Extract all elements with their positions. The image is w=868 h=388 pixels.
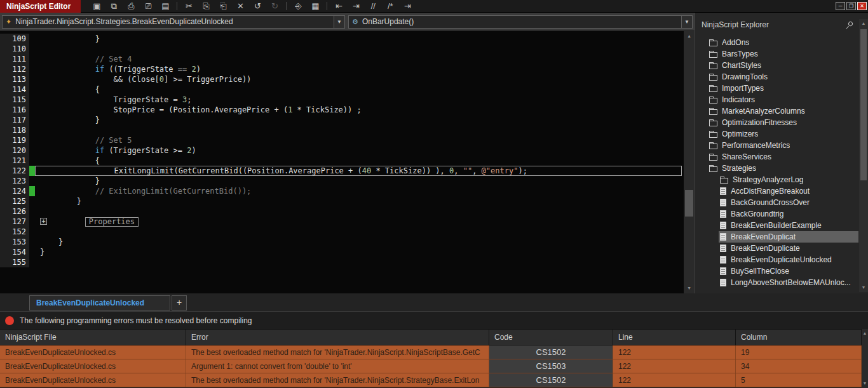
pin-icon[interactable] — [848, 21, 854, 27]
strategy-analyzer-icon[interactable]: ▦ — [309, 1, 321, 12]
class-dropdown[interactable]: ✦ NinjaTrader.NinjaScript.Strategies.Bre… — [2, 15, 345, 29]
explorer-item-marketanalyzercolumns[interactable]: MarketAnalyzerColumns — [708, 105, 858, 117]
delete-icon[interactable]: ✕ — [234, 1, 246, 12]
code-line-154[interactable]: 154} — [0, 247, 684, 257]
code-line-155[interactable]: 155 — [0, 257, 684, 267]
decrease-indent-icon[interactable]: ⇤ — [333, 1, 344, 12]
code-line-110[interactable]: 110 — [0, 44, 684, 54]
close-button[interactable]: ✕ — [857, 2, 867, 10]
code-line-123[interactable]: 123 } — [0, 176, 684, 186]
scroll-down-icon[interactable]: ▼ — [862, 379, 868, 388]
code-line-120[interactable]: 120 if (TriggerState >= 2) — [0, 145, 684, 156]
explorer-item-accdistrangebreakout[interactable]: AccDistRangeBreakout — [719, 185, 858, 197]
maximize-button[interactable]: ❐ — [846, 2, 856, 10]
explorer-item-importtypes[interactable]: ImportTypes — [708, 83, 858, 94]
explorer-item-chartstyles[interactable]: ChartStyles — [708, 60, 858, 71]
scroll-up-icon[interactable]: ▲ — [859, 19, 868, 28]
explorer-item-barstypes[interactable]: BarsTypes — [708, 48, 858, 60]
explorer-item-breakevenbuilderexample[interactable]: BreakEvenBuilderExample — [719, 220, 858, 231]
column-header-column[interactable]: Column — [736, 330, 862, 345]
explorer-item-optimizers[interactable]: Optimizers — [708, 128, 858, 140]
redo-icon[interactable]: ↻ — [269, 1, 280, 12]
code-line-116[interactable]: 116 StopPrice = (Position.AveragePrice +… — [0, 105, 684, 115]
error-table-scrollbar[interactable]: ▲ ▼ — [862, 329, 868, 388]
expand-region-icon[interactable]: + — [40, 218, 47, 225]
editor-scrollbar[interactable]: ▲ ▼ — [684, 31, 695, 293]
code-line-118[interactable]: 118 — [0, 125, 684, 135]
marker-column — [29, 125, 35, 135]
explorer-item-breakevenduplicate[interactable]: BreakEvenDuplicate — [719, 243, 858, 254]
code-line-121[interactable]: 121 { — [0, 156, 684, 166]
cut-icon[interactable]: ✂ — [183, 1, 194, 12]
scroll-down-icon[interactable]: ▼ — [684, 284, 695, 293]
code-editor[interactable]: 109 }110111 // Set 4112 if ((TriggerStat… — [0, 31, 695, 293]
explorer-item-strategies[interactable]: Strategies — [708, 163, 858, 174]
explorer-item-breakevenduplicateunlocked[interactable]: BreakEvenDuplicateUnlocked — [719, 254, 858, 265]
code-text: } — [35, 34, 684, 44]
method-dropdown[interactable]: ⚙ OnBarUpdate() ▼ — [348, 15, 693, 29]
code-line-127[interactable]: 127+ Properties — [0, 217, 684, 227]
undo-icon[interactable]: ↺ — [252, 1, 263, 12]
window-controls: ─ ❐ ✕ — [836, 2, 868, 10]
column-header-ninjascript-file[interactable]: NinjaScript File — [0, 330, 186, 345]
copy-icon[interactable]: ⎘ — [200, 1, 212, 12]
tab-breakevenduplicateunlocked[interactable]: BreakEvenDuplicateUnlocked — [29, 295, 170, 311]
increase-indent-icon[interactable]: ⇥ — [350, 1, 362, 12]
paste-icon[interactable]: ⎗ — [217, 1, 229, 12]
explorer-item-addons[interactable]: AddOns — [708, 37, 858, 48]
explorer-item-breakevenduplicat[interactable]: BreakEvenDuplicat — [719, 231, 858, 243]
comment-selection-icon[interactable]: // — [367, 1, 379, 12]
marker-column — [29, 95, 35, 105]
column-header-code[interactable]: Code — [489, 330, 613, 345]
code-line-117[interactable]: 117 } — [0, 115, 684, 125]
page-setup-icon[interactable]: ▤ — [159, 1, 171, 12]
code-line-126[interactable]: 126 — [0, 206, 684, 217]
compile-icon[interactable]: ⎆ — [292, 1, 304, 12]
uncomment-selection-icon[interactable]: /* — [384, 1, 396, 12]
code-line-115[interactable]: 115 TriggerState = 3; — [0, 95, 684, 105]
code-line-124[interactable]: 124 // ExitLongLimit(GetCurrentBid()); — [0, 186, 684, 196]
code-line-109[interactable]: 109 } — [0, 34, 684, 44]
code-line-111[interactable]: 111 // Set 4 — [0, 54, 684, 64]
collapsed-region-label[interactable]: Properties — [85, 217, 139, 227]
scroll-up-icon[interactable]: ▲ — [684, 32, 695, 41]
print-preview-icon[interactable]: ⎚ — [142, 1, 154, 12]
editor-scrollbar-thumb[interactable] — [685, 190, 693, 217]
error-row[interactable]: BreakEvenDuplicateUnlocked.csThe best ov… — [0, 345, 862, 359]
code-line-119[interactable]: 119 // Set 5 — [0, 135, 684, 145]
scroll-up-icon[interactable]: ▲ — [862, 329, 868, 338]
print-icon[interactable]: ⎙ — [125, 1, 137, 12]
column-header-line[interactable]: Line — [613, 330, 736, 345]
column-header-error[interactable]: Error — [186, 330, 489, 345]
explorer-item-performancemetrics[interactable]: PerformanceMetrics — [708, 140, 858, 151]
scroll-down-icon[interactable]: ▼ — [859, 283, 868, 292]
explorer-item-buyselltheclose[interactable]: BuySellTheClose — [719, 265, 858, 277]
go-to-definition-icon[interactable]: ⇥ — [402, 1, 413, 12]
code-line-112[interactable]: 112 if ((TriggerState == 2) — [0, 64, 684, 74]
chevron-down-icon[interactable]: ▼ — [681, 16, 692, 28]
explorer-scrollbar-thumb[interactable] — [860, 29, 867, 180]
folder-icon — [709, 86, 717, 92]
code-line-122[interactable]: 122 ExitLongLimit(GetCurrentBid((Positio… — [0, 166, 684, 176]
explorer-item-strategyanalyzerlog[interactable]: StrategyAnalyzerLog — [719, 174, 858, 185]
explorer-item-optimizationfitnesses[interactable]: OptimizationFitnesses — [708, 117, 858, 128]
explorer-item-backgroundtrig[interactable]: BackGroundtrig — [719, 208, 858, 220]
explorer-item-backgroundcrossover[interactable]: BackGroundCrossOver — [719, 197, 858, 208]
code-line-153[interactable]: 153 } — [0, 237, 684, 247]
error-row[interactable]: BreakEvenDuplicateUnlocked.csArgument 1:… — [0, 359, 862, 373]
minimize-button[interactable]: ─ — [836, 2, 845, 10]
code-line-114[interactable]: 114 { — [0, 84, 684, 95]
explorer-item-longaboveshortbelowemaunloc-[interactable]: LongAboveShortBelowEMAUnloc... — [719, 277, 858, 288]
new-tab-button[interactable]: + — [172, 295, 187, 311]
explorer-item-drawingtools[interactable]: DrawingTools — [708, 71, 858, 83]
save-all-icon[interactable]: ⧉ — [108, 1, 119, 12]
chevron-down-icon[interactable]: ▼ — [334, 16, 344, 28]
save-icon[interactable]: ▣ — [91, 1, 102, 12]
explorer-item-shareservices[interactable]: ShareServices — [708, 151, 858, 163]
code-line-152[interactable]: 152 — [0, 227, 684, 237]
explorer-item-indicators[interactable]: Indicators — [708, 94, 858, 105]
error-row[interactable]: BreakEvenDuplicateUnlocked.csThe best ov… — [0, 373, 862, 387]
explorer-scrollbar[interactable]: ▲ ▼ — [859, 19, 868, 292]
code-line-113[interactable]: 113 && (Close[0] >= TriggerPrice)) — [0, 74, 684, 84]
code-line-125[interactable]: 125 } — [0, 196, 684, 206]
